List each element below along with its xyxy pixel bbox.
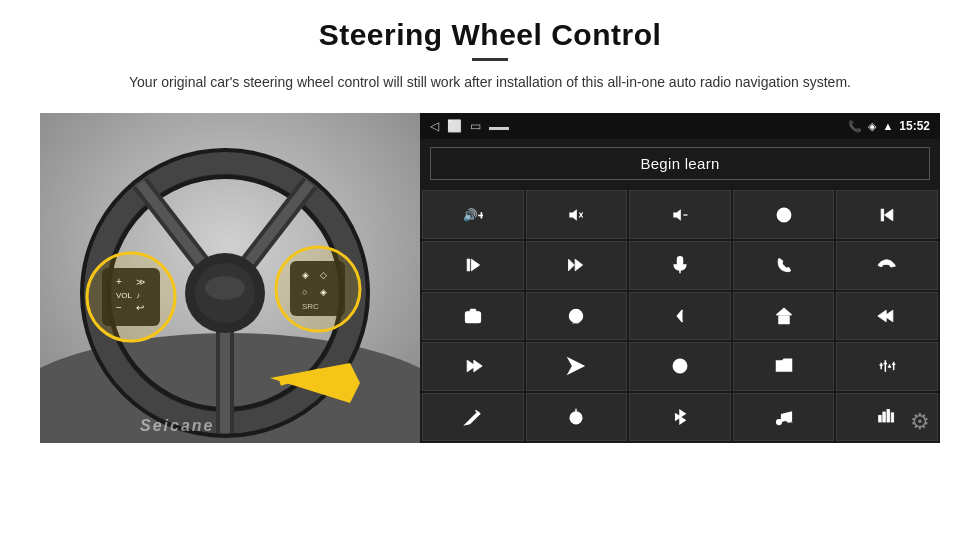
music-button[interactable]: * <box>733 393 835 442</box>
svg-marker-44 <box>471 259 479 271</box>
subtitle-text: Your original car's steering wheel contr… <box>129 71 851 93</box>
vol-down-button[interactable] <box>526 190 628 239</box>
title-divider <box>472 58 508 61</box>
svg-marker-60 <box>569 359 584 374</box>
call-icon: 📞 <box>848 120 862 133</box>
time-display: 15:52 <box>899 119 930 133</box>
svg-rect-55 <box>779 316 789 324</box>
swap-button[interactable] <box>629 342 731 391</box>
status-right-icons: 📞 ◈ ▲ 15:52 <box>848 119 930 133</box>
controls-grid: 🔊+ <box>420 188 940 443</box>
svg-marker-34 <box>570 209 578 221</box>
svg-point-50 <box>469 313 476 320</box>
wifi-icon: ◈ <box>868 120 876 133</box>
phone-button[interactable] <box>733 241 835 290</box>
eq-button[interactable] <box>836 342 938 391</box>
svg-marker-37 <box>673 209 681 221</box>
svg-point-73 <box>776 420 781 425</box>
status-bar: ◁ ⬜ ▭ ▬▬ 📞 ◈ ▲ 15:52 <box>420 113 940 139</box>
svg-text:🔊+: 🔊+ <box>463 208 483 222</box>
begin-learn-button[interactable]: Begin learn <box>430 147 930 180</box>
svg-rect-79 <box>891 413 894 422</box>
svg-rect-77 <box>883 412 886 422</box>
vol-mute-button[interactable] <box>629 190 731 239</box>
svg-marker-46 <box>576 259 584 271</box>
svg-point-29 <box>276 247 360 331</box>
hangup-button[interactable] <box>836 241 938 290</box>
page-title: Steering Wheel Control <box>129 18 851 52</box>
home-icon: ⬜ <box>447 119 462 133</box>
svg-marker-57 <box>878 310 886 322</box>
next-button[interactable] <box>422 241 524 290</box>
mic-button[interactable] <box>629 241 731 290</box>
title-section: Steering Wheel Control Your original car… <box>129 18 851 107</box>
svg-point-71 <box>571 412 583 424</box>
svg-marker-45 <box>569 259 575 271</box>
prev-next-button[interactable] <box>526 241 628 290</box>
signal-icon: ▲ <box>882 120 893 132</box>
svg-text:Seicane: Seicane <box>140 417 214 434</box>
bluetooth-button[interactable] <box>629 393 731 442</box>
svg-marker-59 <box>474 361 482 373</box>
svg-point-28 <box>87 253 175 341</box>
pen-button[interactable] <box>422 393 524 442</box>
svg-text:360°: 360° <box>572 319 581 324</box>
back-icon: ◁ <box>430 119 439 133</box>
svg-point-14 <box>205 276 245 300</box>
skip-back-button[interactable] <box>836 292 938 341</box>
home-nav-button[interactable] <box>733 292 835 341</box>
android-panel: ◁ ⬜ ▭ ▬▬ 📞 ◈ ▲ 15:52 Begin learn <box>420 113 940 443</box>
settings-gear-icon[interactable]: ⚙ <box>910 409 930 435</box>
navigate-button[interactable] <box>526 342 628 391</box>
svg-marker-41 <box>885 209 893 221</box>
fast-forward-button[interactable] <box>422 342 524 391</box>
power-button[interactable] <box>733 190 835 239</box>
folder-button[interactable] <box>733 342 835 391</box>
content-row: + VOL − ≫ ♪ ↩ ◈ ◇ ○ ◈ SRC S <box>40 113 940 443</box>
sim-icon: ▬▬ <box>489 121 509 132</box>
360-button[interactable]: 360° <box>526 292 628 341</box>
svg-text:*: * <box>790 420 792 426</box>
power2-button[interactable] <box>526 393 628 442</box>
camera-button[interactable] <box>422 292 524 341</box>
svg-rect-78 <box>887 410 890 423</box>
svg-rect-76 <box>879 415 882 422</box>
status-left-icons: ◁ ⬜ ▭ ▬▬ <box>430 119 509 133</box>
back-nav-button[interactable] <box>629 292 731 341</box>
svg-rect-42 <box>881 209 884 221</box>
vol-up-button[interactable]: 🔊+ <box>422 190 524 239</box>
recents-icon: ▭ <box>470 119 481 133</box>
begin-learn-row: Begin learn <box>420 139 940 188</box>
prev-track-button[interactable] <box>836 190 938 239</box>
svg-rect-43 <box>467 259 470 271</box>
steering-wheel-image: + VOL − ≫ ♪ ↩ ◈ ◇ ○ ◈ SRC S <box>40 113 420 443</box>
